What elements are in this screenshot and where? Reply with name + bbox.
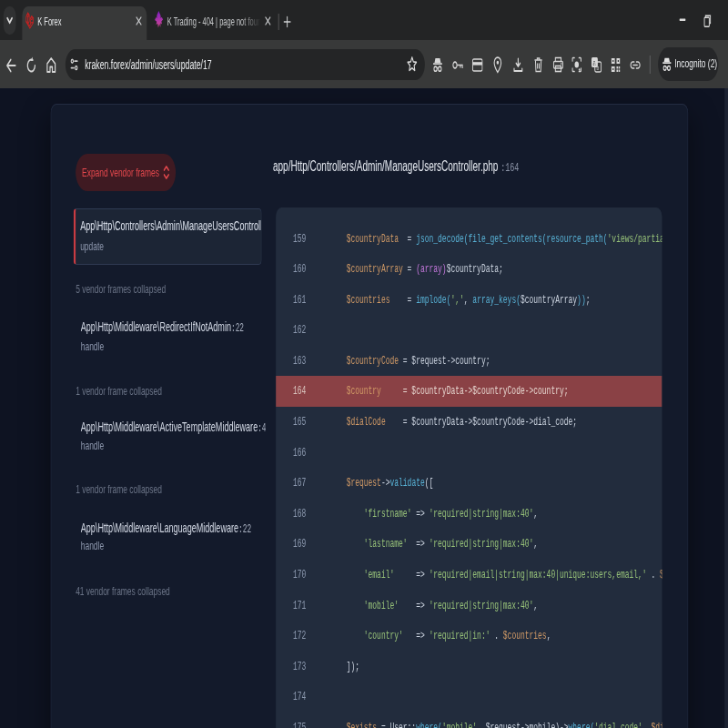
- svg-text:b: b: [597, 64, 600, 71]
